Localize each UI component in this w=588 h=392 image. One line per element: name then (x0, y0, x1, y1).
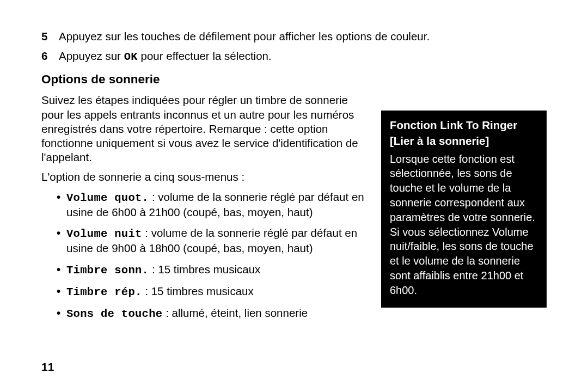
sidebar-box: Fonction Link To Ringer [Lier à la sonne… (381, 111, 547, 307)
option-text: : allumé, éteint, lien sonnerie (162, 307, 308, 319)
ok-key: OK (124, 51, 138, 63)
list-item: Timbre sonn. : 15 timbres musicaux (57, 262, 368, 278)
step-text: Appuyez sur OK pour effectuer la sélecti… (59, 49, 547, 64)
option-text: : 15 timbres musicaux (149, 263, 260, 275)
sidebar-body: Lorsque cette fonction est sélectionnée,… (390, 152, 538, 298)
step-number: 6 (41, 49, 51, 64)
list-item: Timbre rép. : 15 timbres musicaux (57, 284, 368, 299)
sidebar-title: Fonction Link To Ringer (390, 118, 538, 133)
option-label: Timbre rép. (66, 286, 142, 298)
page: 5 Appuyez sur les touches de défilement … (0, 0, 588, 392)
right-column: Fonction Link To Ringer [Lier à la sonne… (381, 91, 547, 307)
step-5: 5 Appuyez sur les touches de défilement … (41, 29, 547, 44)
page-number: 11 (41, 360, 54, 375)
step-number: 5 (41, 29, 51, 44)
step-suffix: pour effectuer la sélection. (138, 50, 272, 62)
left-column: Suivez les étapes indiquées pour régler … (41, 91, 368, 328)
step-6: 6 Appuyez sur OK pour effectuer la sélec… (41, 49, 547, 64)
bullet-list: Volume quot. : volume de la sonnerie rég… (41, 190, 368, 322)
sidebar-subtitle: [Lier à la sonnerie] (390, 134, 538, 149)
submenus-lead: L'option de sonnerie a cinq sous-menus : (41, 170, 368, 184)
list-item: Sons de touche : allumé, éteint, lien so… (57, 306, 368, 321)
option-label: Volume quot. (66, 192, 149, 204)
intro-paragraph: Suivez les étapes indiquées pour régler … (41, 93, 368, 164)
columns: Suivez les étapes indiquées pour régler … (41, 91, 547, 328)
option-label: Sons de touche (66, 308, 162, 320)
step-text: Appuyez sur les touches de défilement po… (59, 29, 547, 44)
list-item: Volume nuit : volume de la sonnerie régl… (57, 226, 368, 255)
step-prefix: Appuyez sur (59, 50, 124, 62)
option-label: Volume nuit (66, 228, 142, 240)
option-text: : 15 timbres musicaux (142, 285, 254, 297)
section-heading: Options de sonnerie (41, 72, 547, 88)
list-item: Volume quot. : volume de la sonnerie rég… (57, 190, 368, 219)
option-label: Timbre sonn. (66, 264, 149, 277)
